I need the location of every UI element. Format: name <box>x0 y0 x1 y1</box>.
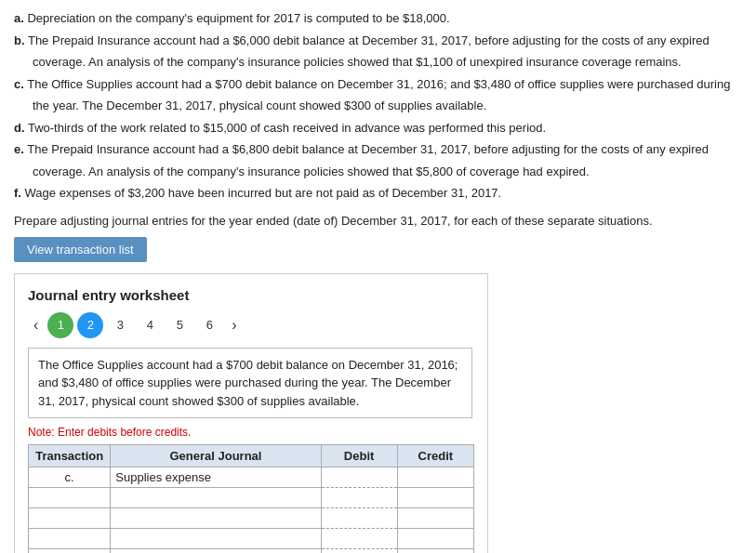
problem-d: d. Two-thirds of the work related to $15… <box>14 119 742 138</box>
tab-4[interactable]: 4 <box>137 312 163 338</box>
col-credit: Credit <box>397 445 473 467</box>
journal-cell[interactable] <box>111 508 321 529</box>
prepare-line: Prepare adjusting journal entries for th… <box>14 214 742 228</box>
problem-d-text: Two-thirds of the work related to $15,00… <box>28 121 546 135</box>
problem-c-key: c. <box>14 77 24 91</box>
transaction-cell <box>29 488 111 508</box>
journal-cell[interactable] <box>111 549 321 554</box>
problem-c: c. The Office Supplies account had a $70… <box>14 75 742 94</box>
col-transaction: Transaction <box>29 445 111 467</box>
credit-cell[interactable] <box>397 488 473 508</box>
problem-e-text: The Prepaid Insurance account had a $6,8… <box>27 142 709 156</box>
transaction-cell: c. <box>29 467 111 488</box>
view-transaction-list-button[interactable]: View transaction list <box>14 237 147 262</box>
problem-e: e. The Prepaid Insurance account had a $… <box>14 140 742 159</box>
problem-list: a. Depreciation on the company's equipme… <box>14 9 742 203</box>
table-row <box>29 488 474 508</box>
problem-e-cont: coverage. An analysis of the company's i… <box>33 163 742 181</box>
table-row <box>29 529 474 549</box>
debit-cell[interactable] <box>321 529 397 549</box>
problem-b: b. The Prepaid Insurance account had a $… <box>14 32 742 50</box>
transaction-cell <box>29 508 111 529</box>
problem-c-text: The Office Supplies account had a $700 d… <box>27 77 730 91</box>
worksheet-title: Journal entry worksheet <box>28 287 474 303</box>
credit-cell[interactable] <box>397 549 473 554</box>
credit-cell[interactable] <box>397 467 473 488</box>
table-header-row: Transaction General Journal Debit Credit <box>29 445 474 467</box>
debit-cell[interactable] <box>321 488 397 508</box>
col-debit: Debit <box>321 445 397 467</box>
scenario-text: The Office Supplies account had a $700 d… <box>38 358 458 408</box>
problem-f-key: f. <box>14 186 21 200</box>
scenario-box: The Office Supplies account had a $700 d… <box>28 348 472 419</box>
transaction-cell <box>29 549 111 554</box>
col-general-journal: General Journal <box>111 445 321 467</box>
problem-a-key: a. <box>14 11 24 25</box>
problem-e-key: e. <box>14 142 24 156</box>
problem-b-key: b. <box>14 33 25 47</box>
note-text: Note: Enter debits before credits. <box>28 426 474 439</box>
tab-5[interactable]: 5 <box>166 312 192 338</box>
table-row <box>29 549 474 554</box>
tab-1[interactable]: 1 <box>47 312 73 338</box>
problem-f-text: Wage expenses of $3,200 have been incurr… <box>25 186 502 200</box>
tab-6[interactable]: 6 <box>196 312 222 338</box>
table-row <box>29 508 474 529</box>
tab-next-arrow[interactable]: › <box>226 315 242 336</box>
problem-a-text: Depreciation on the company's equipment … <box>27 11 449 25</box>
journal-cell[interactable] <box>111 488 321 508</box>
problem-f: f. Wage expenses of $3,200 have been inc… <box>14 184 742 203</box>
worksheet-container: Journal entry worksheet ‹ 1 2 3 4 5 6 › … <box>14 273 488 554</box>
tab-3[interactable]: 3 <box>107 312 133 338</box>
problem-c-cont: the year. The December 31, 2017, physica… <box>33 97 742 115</box>
journal-cell[interactable] <box>111 529 321 549</box>
credit-cell[interactable] <box>397 508 473 529</box>
problem-a: a. Depreciation on the company's equipme… <box>14 9 742 28</box>
tab-2[interactable]: 2 <box>77 312 103 338</box>
tab-row: ‹ 1 2 3 4 5 6 › <box>28 312 474 338</box>
transaction-cell <box>29 529 111 549</box>
problem-b-cont: coverage. An analysis of the company's i… <box>33 53 742 72</box>
problem-d-key: d. <box>14 121 25 135</box>
tab-prev-arrow[interactable]: ‹ <box>28 315 44 336</box>
credit-cell[interactable] <box>397 529 473 549</box>
journal-cell[interactable]: Supplies expense <box>111 467 321 488</box>
debit-cell[interactable] <box>321 467 397 488</box>
table-row: c. Supplies expense <box>29 467 474 488</box>
problem-b-text: The Prepaid Insurance account had a $6,0… <box>28 33 710 47</box>
journal-table: Transaction General Journal Debit Credit… <box>28 444 474 553</box>
debit-cell[interactable] <box>321 549 397 554</box>
debit-cell[interactable] <box>321 508 397 529</box>
